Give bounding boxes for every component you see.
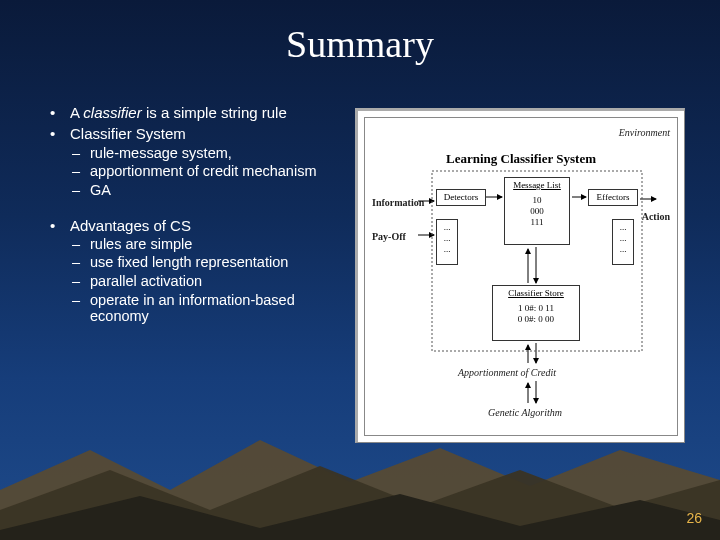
sub-rules-simple: rules are simple [50,236,345,253]
sub-ga: GA [50,182,345,199]
bullet-advantages: Advantages of CS [50,217,345,234]
svg-rect-11 [432,171,642,351]
bullet-classifier-def: A classifier is a simple string rule [50,104,345,121]
content-wrap: A classifier is a simple string rule Cla… [0,100,720,520]
text-column: A classifier is a simple string rule Cla… [0,100,355,520]
page-number: 26 [686,510,702,526]
sub-fixed-length: use fixed length representation [50,254,345,271]
sub-parallel: parallel activation [50,273,345,290]
sub-rule-message: rule-message system, [50,145,345,162]
text-fragment: A [70,104,83,121]
diagram-column: Environment Learning Classifier System I… [355,100,700,520]
text-fragment: is a simple string rule [142,104,287,121]
sub-apportionment: apportionment of credit mechanism [50,163,345,180]
diagram-arrows [358,111,684,442]
diagram-frame: Environment Learning Classifier System I… [355,108,685,443]
bullet-classifier-system: Classifier System [50,125,345,142]
sub-info-economy: operate in an information-based economy [50,292,345,325]
term-classifier: classifier [83,104,141,121]
slide-title: Summary [0,0,720,66]
